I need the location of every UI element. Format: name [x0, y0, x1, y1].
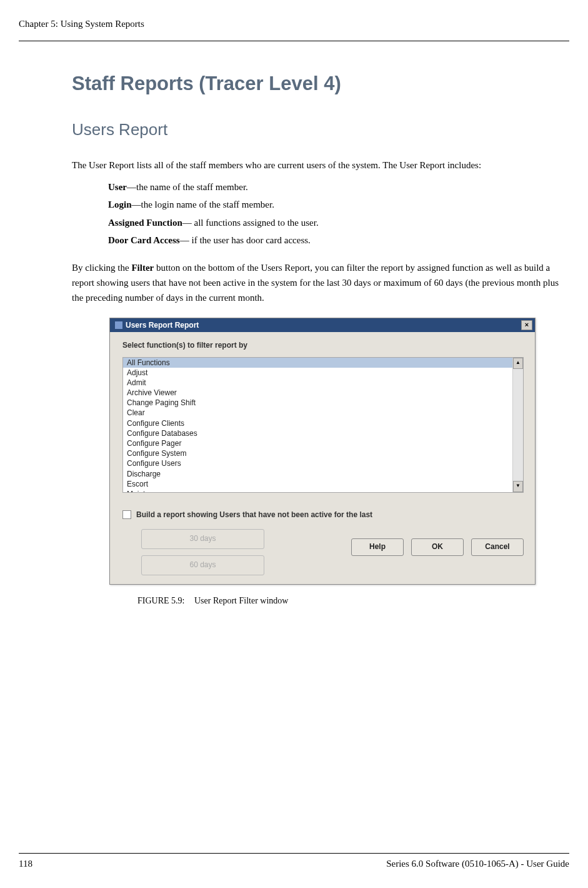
def-item: Login—the login name of the staff member… — [108, 198, 563, 212]
def-term: Login — [108, 199, 132, 209]
list-item[interactable]: Configure Users — [123, 458, 512, 468]
def-item: Door Card Access— if the user has door c… — [108, 233, 563, 248]
inactive-users-checkbox-row[interactable]: Build a report showing Users that have n… — [122, 510, 524, 519]
filter-prefix: By clicking the — [72, 263, 131, 273]
days-60-button[interactable]: 60 days — [141, 555, 264, 575]
page-number: 118 — [19, 859, 32, 869]
list-item[interactable]: Clear — [123, 408, 512, 418]
dialog-titlebar[interactable]: Users Report Report × — [110, 318, 535, 332]
list-item[interactable]: Configure Pager — [123, 438, 512, 448]
list-item[interactable]: Configure Databases — [123, 428, 512, 438]
functions-listbox[interactable]: All Functions Adjust Admit Archive Viewe… — [122, 357, 524, 493]
page-footer: 118 Series 6.0 Software (0510-1065-A) - … — [0, 853, 588, 869]
close-icon[interactable]: × — [521, 320, 532, 330]
section-title: Users Report — [72, 120, 563, 139]
action-buttons: Help OK Cancel — [351, 529, 524, 556]
def-desc: —the login name of the staff member. — [132, 199, 274, 209]
dialog-window: Users Report Report × Select function(s)… — [109, 318, 536, 585]
filter-paragraph: By clicking the Filter button on the bot… — [72, 260, 563, 305]
doc-title: Series 6.0 Software (0510-1065-A) - User… — [386, 859, 569, 869]
list-item[interactable]: Discharge — [123, 469, 512, 479]
help-button[interactable]: Help — [351, 538, 404, 556]
footer-rule — [19, 853, 569, 854]
intro-text: The User Report lists all of the staff m… — [72, 158, 563, 173]
definition-list: User—the name of the staff member. Login… — [72, 180, 563, 248]
def-item: Assigned Function— all functions assigne… — [108, 216, 563, 230]
filter-label: Select function(s) to filter report by — [122, 341, 524, 350]
list-item[interactable]: Escort — [123, 479, 512, 489]
scrollbar[interactable]: ▲ ▼ — [512, 358, 523, 492]
chapter-label: Chapter 5: Using System Reports — [19, 19, 144, 29]
dialog-bottom-row: 30 days 60 days Help OK Cancel — [122, 529, 524, 575]
footer-row: 118 Series 6.0 Software (0510-1065-A) - … — [19, 859, 569, 869]
def-term: Door Card Access — [108, 235, 180, 245]
dialog-title: Users Report Report — [126, 321, 521, 330]
page-title: Staff Reports (Tracer Level 4) — [72, 73, 563, 95]
list-item[interactable]: All Functions — [123, 358, 512, 368]
days-30-button[interactable]: 30 days — [141, 529, 264, 549]
def-term: User — [108, 182, 127, 192]
checkbox-icon[interactable] — [122, 510, 131, 519]
scroll-up-icon[interactable]: ▲ — [513, 358, 523, 369]
dialog-body: Select function(s) to filter report by A… — [110, 332, 535, 584]
days-column: 30 days 60 days — [141, 529, 264, 575]
figure-caption: FIGURE 5.9: User Report Filter window — [137, 596, 563, 606]
def-item: User—the name of the staff member. — [108, 180, 563, 194]
list-item[interactable]: Change Paging Shift — [123, 398, 512, 408]
list-item[interactable]: Configure System — [123, 448, 512, 458]
ok-button[interactable]: OK — [411, 538, 464, 556]
list-item[interactable]: Adjust — [123, 368, 512, 378]
cancel-button[interactable]: Cancel — [471, 538, 524, 556]
def-desc: — all functions assigned to the user. — [182, 218, 319, 228]
functions-list[interactable]: All Functions Adjust Admit Archive Viewe… — [123, 358, 512, 492]
def-term: Assigned Function — [108, 218, 182, 228]
list-item[interactable]: Maintenance — [123, 489, 512, 492]
main-content: Staff Reports (Tracer Level 4) Users Rep… — [0, 41, 588, 606]
page-header: Chapter 5: Using System Reports — [0, 0, 588, 36]
filter-bold: Filter — [131, 263, 154, 273]
app-icon — [115, 321, 122, 329]
list-item[interactable]: Admit — [123, 378, 512, 388]
list-item[interactable]: Archive Viewer — [123, 388, 512, 398]
list-item[interactable]: Configure Clients — [123, 418, 512, 428]
figure-text: User Report Filter window — [194, 596, 288, 605]
figure-block: Users Report Report × Select function(s)… — [109, 318, 563, 606]
checkbox-label: Build a report showing Users that have n… — [136, 510, 372, 519]
figure-number: FIGURE 5.9: — [137, 596, 184, 605]
def-desc: — if the user has door card access. — [180, 235, 311, 245]
def-desc: —the name of the staff member. — [127, 182, 248, 192]
scroll-down-icon[interactable]: ▼ — [513, 481, 523, 492]
